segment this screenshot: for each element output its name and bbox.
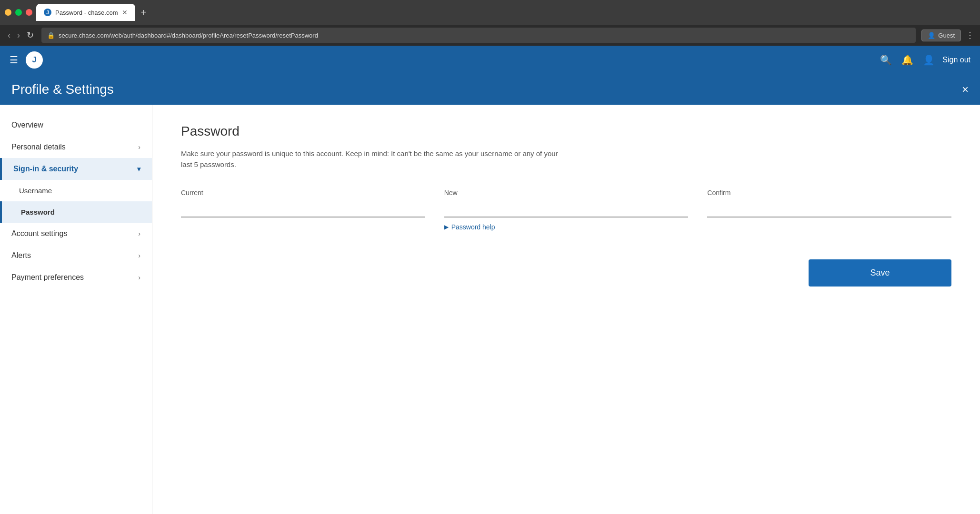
url-text: secure.chase.com/web/auth/dashboard#/das… xyxy=(59,32,910,39)
sidebar-item-password-label: Password xyxy=(21,208,55,216)
refresh-button[interactable]: ↻ xyxy=(25,28,36,42)
notifications-icon[interactable]: 🔔 xyxy=(901,54,913,66)
account-icon[interactable]: 👤 xyxy=(923,54,935,66)
new-password-input[interactable] xyxy=(444,200,689,217)
sidebar-item-overview-label: Overview xyxy=(11,121,43,129)
sidebar-item-payment-preferences-label: Payment preferences xyxy=(11,273,84,282)
maximize-button[interactable] xyxy=(15,9,22,16)
chevron-right-icon-account: › xyxy=(138,230,140,237)
password-help-button[interactable]: ▶ Password help xyxy=(444,223,689,231)
new-tab-button[interactable]: + xyxy=(137,5,150,20)
confirm-password-label: Confirm xyxy=(707,189,951,197)
tab-title: Password - chase.com xyxy=(55,9,118,16)
save-section: Save xyxy=(181,259,951,287)
forward-button[interactable]: › xyxy=(15,29,22,42)
profile-settings-title: Profile & Settings xyxy=(11,82,114,97)
sidebar-item-username[interactable]: Username xyxy=(0,180,152,201)
sidebar-item-payment-preferences[interactable]: Payment preferences › xyxy=(0,267,152,288)
sidebar-item-signin-security-label: Sign-in & security xyxy=(13,165,78,173)
browser-chrome: J Password - chase.com ✕ + xyxy=(0,0,980,25)
window-controls xyxy=(5,9,32,16)
sidebar: Overview Personal details › Sign-in & se… xyxy=(0,105,152,514)
password-description: Make sure your password is unique to thi… xyxy=(181,148,562,170)
password-heading: Password xyxy=(181,124,951,139)
nav-icons: 🔍 🔔 👤 xyxy=(880,54,935,66)
current-password-field: Current xyxy=(181,189,425,231)
top-nav: ☰ J 🔍 🔔 👤 Sign out xyxy=(0,46,980,74)
current-password-label: Current xyxy=(181,189,425,197)
active-tab[interactable]: J Password - chase.com ✕ xyxy=(36,4,135,21)
password-help-label: Password help xyxy=(451,223,495,231)
sidebar-item-alerts[interactable]: Alerts › xyxy=(0,245,152,267)
chevron-right-icon-payment: › xyxy=(138,274,140,281)
nav-buttons: ‹ › ↻ xyxy=(6,28,36,42)
password-form-fields: Current New ▶ Password help Confirm xyxy=(181,189,951,231)
confirm-password-field: Confirm xyxy=(707,189,951,231)
chevron-right-icon-alerts: › xyxy=(138,252,140,259)
back-button[interactable]: ‹ xyxy=(6,29,12,42)
sidebar-item-account-settings[interactable]: Account settings › xyxy=(0,223,152,245)
browser-menu-button[interactable]: ⋮ xyxy=(966,30,974,40)
address-bar: ‹ › ↻ 🔒 secure.chase.com/web/auth/dashbo… xyxy=(0,25,980,46)
guest-button[interactable]: 👤 Guest xyxy=(921,30,961,41)
help-arrow-icon: ▶ xyxy=(444,224,449,230)
chevron-down-icon: ▾ xyxy=(137,165,140,173)
tab-bar: J Password - chase.com ✕ + xyxy=(36,4,975,21)
confirm-password-input[interactable] xyxy=(707,200,951,217)
sidebar-item-overview[interactable]: Overview xyxy=(0,114,152,136)
save-button[interactable]: Save xyxy=(809,259,951,287)
tab-close-button[interactable]: ✕ xyxy=(122,9,128,16)
current-password-input[interactable] xyxy=(181,200,425,217)
sidebar-item-username-label: Username xyxy=(19,187,52,195)
browser-actions: 👤 Guest ⋮ xyxy=(921,30,974,41)
chase-logo: J xyxy=(26,51,43,69)
sidebar-item-personal-details-label: Personal details xyxy=(11,143,66,151)
sidebar-item-alerts-label: Alerts xyxy=(11,251,31,260)
chevron-right-icon: › xyxy=(138,143,140,151)
hamburger-menu-button[interactable]: ☰ xyxy=(10,54,18,66)
sidebar-item-signin-security[interactable]: Sign-in & security ▾ xyxy=(0,158,152,180)
url-bar[interactable]: 🔒 secure.chase.com/web/auth/dashboard#/d… xyxy=(41,28,916,43)
sidebar-item-password[interactable]: Password xyxy=(0,201,152,223)
chase-app: ☰ J 🔍 🔔 👤 Sign out Profile & Settings × … xyxy=(0,46,980,514)
lock-icon: 🔒 xyxy=(47,32,55,39)
main-content: Overview Personal details › Sign-in & se… xyxy=(0,105,980,514)
sidebar-item-account-settings-label: Account settings xyxy=(11,229,67,238)
profile-settings-close-button[interactable]: × xyxy=(962,83,969,96)
new-password-field: New ▶ Password help xyxy=(444,189,689,231)
guest-label: Guest xyxy=(938,32,955,39)
sign-out-button[interactable]: Sign out xyxy=(942,56,970,64)
tab-favicon: J xyxy=(44,9,51,16)
minimize-button[interactable] xyxy=(5,9,11,16)
new-password-label: New xyxy=(444,189,689,197)
password-content: Password Make sure your password is uniq… xyxy=(152,105,980,514)
profile-icon: 👤 xyxy=(928,32,935,39)
logo-text: J xyxy=(32,56,37,64)
search-icon[interactable]: 🔍 xyxy=(880,54,892,66)
profile-settings-header: Profile & Settings × xyxy=(0,74,980,105)
sidebar-item-personal-details[interactable]: Personal details › xyxy=(0,136,152,158)
window-close-button[interactable] xyxy=(26,9,32,16)
